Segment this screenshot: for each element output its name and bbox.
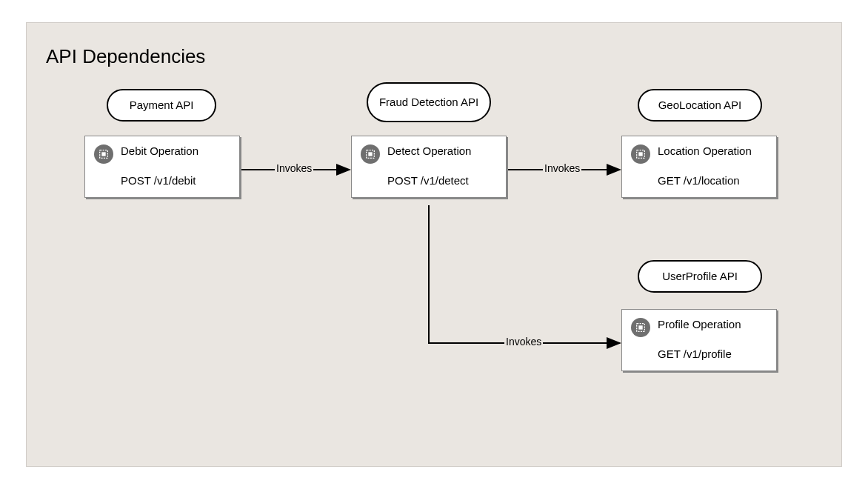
edge-label-invokes: Invokes [543, 162, 581, 174]
diagram-title: API Dependencies [46, 45, 205, 68]
edge-label-invokes: Invokes [504, 336, 543, 348]
diagram-container: API Dependencies Payment API Fraud Detec… [26, 22, 842, 467]
operation-path: GET /v1/location [658, 174, 767, 187]
operation-icon [361, 144, 380, 164]
api-label-text: Payment API [130, 99, 194, 113]
operation-path: POST /v1/detect [387, 174, 497, 187]
operation-icon [631, 318, 650, 337]
api-label-text: UserProfile API [662, 270, 738, 284]
api-label-text: GeoLocation API [658, 99, 742, 113]
api-label-profile: UserProfile API [638, 260, 762, 293]
svg-rect-3 [369, 153, 372, 156]
operation-box-location: Location Operation GET /v1/location [621, 136, 777, 198]
api-label-geo: GeoLocation API [638, 89, 762, 122]
operation-box-profile: Profile Operation GET /v1/profile [621, 309, 777, 371]
operation-path: POST /v1/debit [121, 174, 230, 187]
operation-icon [94, 144, 113, 164]
svg-rect-1 [102, 153, 105, 156]
operation-box-detect: Detect Operation POST /v1/detect [351, 136, 507, 198]
api-label-fraud: Fraud Detection API [367, 82, 491, 122]
operation-name: Debit Operation [121, 144, 198, 159]
operation-path: GET /v1/profile [658, 348, 767, 360]
svg-rect-5 [639, 153, 642, 156]
api-label-text: Fraud Detection API [379, 96, 478, 110]
svg-rect-7 [639, 326, 642, 329]
edge-label-invokes: Invokes [275, 162, 313, 174]
operation-icon [631, 144, 650, 164]
operation-name: Profile Operation [658, 317, 741, 332]
operation-name: Location Operation [658, 144, 752, 159]
operation-box-debit: Debit Operation POST /v1/debit [84, 136, 240, 198]
api-label-payment: Payment API [107, 89, 216, 122]
operation-name: Detect Operation [387, 144, 471, 159]
